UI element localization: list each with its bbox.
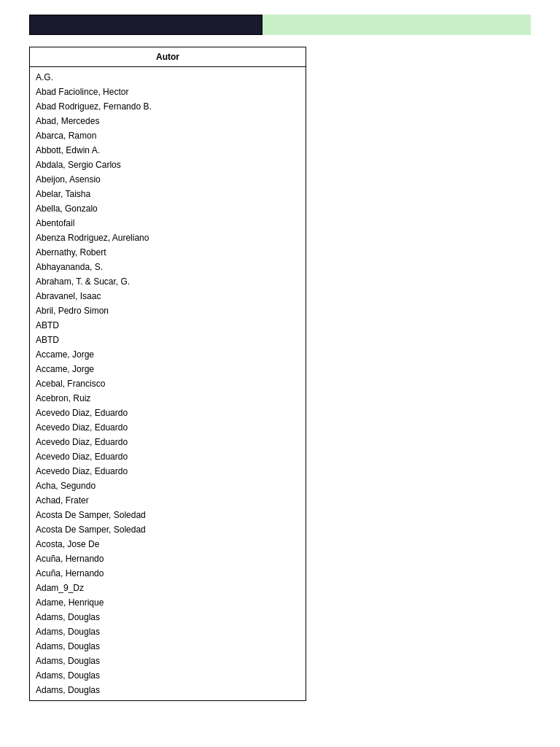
- list-item[interactable]: Adams, Douglas: [36, 668, 300, 683]
- list-item[interactable]: Abhayananda, S.: [36, 260, 300, 274]
- list-item[interactable]: Adams, Douglas: [36, 639, 300, 654]
- list-item[interactable]: Adam_9_Dz: [36, 581, 300, 595]
- list-item[interactable]: Adams, Douglas: [36, 624, 300, 639]
- top-bar-dark: [29, 15, 262, 35]
- list-item[interactable]: Abelar, Taisha: [36, 187, 300, 201]
- table-header: Autor: [30, 47, 306, 67]
- list-item[interactable]: Abenza Rodriguez, Aureliano: [36, 231, 300, 245]
- list-item[interactable]: Abravanel, Isaac: [36, 289, 300, 303]
- list-item[interactable]: Accame, Jorge: [36, 362, 300, 376]
- list-item[interactable]: Acevedo Diaz, Eduardo: [36, 406, 300, 420]
- list-item[interactable]: Abarca, Ramon: [36, 128, 300, 143]
- list-item[interactable]: Adams, Douglas: [36, 654, 300, 668]
- list-item[interactable]: Acevedo Diaz, Eduardo: [36, 420, 300, 435]
- list-item[interactable]: Abril, Pedro Simon: [36, 303, 300, 318]
- list-item[interactable]: Abbott, Edwin A.: [36, 143, 300, 158]
- list-item[interactable]: Adame, Henrique: [36, 595, 300, 610]
- list-item[interactable]: ABTD: [36, 318, 300, 333]
- list-item[interactable]: Acuña, Hernando: [36, 566, 300, 581]
- list-item[interactable]: Acosta, Jose De: [36, 537, 300, 551]
- list-item[interactable]: Acebal, Francisco: [36, 376, 300, 391]
- top-bar: [29, 15, 531, 35]
- list-item[interactable]: Adams, Douglas: [36, 683, 300, 697]
- list-item[interactable]: Adams, Douglas: [36, 610, 300, 624]
- table-body: A.G.Abad Faciolince, HectorAbad Rodrigue…: [30, 67, 306, 700]
- author-table: Autor A.G.Abad Faciolince, HectorAbad Ro…: [29, 47, 306, 701]
- list-item[interactable]: Acuña, Hernando: [36, 551, 300, 566]
- list-item[interactable]: Abraham, T. & Sucar, G.: [36, 274, 300, 289]
- list-item[interactable]: Abella, Gonzalo: [36, 201, 300, 216]
- list-item[interactable]: Accame, Jorge: [36, 347, 300, 362]
- top-bar-green: [262, 15, 531, 35]
- list-item[interactable]: A.G.: [36, 70, 300, 85]
- page-container: Autor A.G.Abad Faciolince, HectorAbad Ro…: [0, 0, 560, 716]
- list-item[interactable]: Abdala, Sergio Carlos: [36, 158, 300, 172]
- list-item[interactable]: Acebron, Ruiz: [36, 391, 300, 406]
- list-item[interactable]: Acha, Segundo: [36, 479, 300, 493]
- list-item[interactable]: Abentofail: [36, 216, 300, 231]
- list-item[interactable]: Acevedo Diaz, Eduardo: [36, 464, 300, 479]
- list-item[interactable]: Acosta De Samper, Soledad: [36, 508, 300, 522]
- list-item[interactable]: Abad Rodriguez, Fernando B.: [36, 99, 300, 114]
- list-item[interactable]: Abad, Mercedes: [36, 114, 300, 128]
- list-item[interactable]: ABTD: [36, 333, 300, 347]
- list-item[interactable]: Acosta De Samper, Soledad: [36, 522, 300, 537]
- list-item[interactable]: Achad, Frater: [36, 493, 300, 508]
- list-item[interactable]: Abeijon, Asensio: [36, 172, 300, 187]
- list-item[interactable]: Abad Faciolince, Hector: [36, 85, 300, 99]
- list-item[interactable]: Abernathy, Robert: [36, 245, 300, 260]
- list-item[interactable]: Acevedo Diaz, Eduardo: [36, 449, 300, 464]
- column-header-label: Autor: [156, 52, 179, 62]
- list-item[interactable]: Acevedo Diaz, Eduardo: [36, 435, 300, 449]
